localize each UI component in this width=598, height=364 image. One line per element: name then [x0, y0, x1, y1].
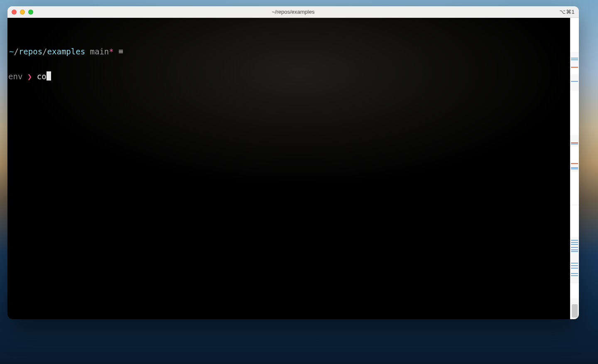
- close-button[interactable]: [12, 10, 17, 15]
- desktop-background: ~/repos/examples ⌥⌘1 ~/repos/examples ma…: [0, 0, 598, 364]
- minimap-mark: [571, 263, 578, 264]
- minimap-mark: [570, 205, 579, 237]
- minimap-mark: [571, 275, 578, 276]
- path-sep-1: /: [14, 47, 18, 56]
- text-cursor: [47, 71, 51, 81]
- window-titlebar[interactable]: ~/repos/examples ⌥⌘1: [7, 6, 579, 18]
- minimap-mark: [571, 244, 578, 245]
- minimap-mark: [571, 169, 578, 169]
- minimize-button[interactable]: [20, 10, 25, 15]
- path-repos: repos: [19, 47, 42, 56]
- minimap-mark: [570, 90, 579, 135]
- minimap-mark: [570, 18, 579, 52]
- minimap-mark: [571, 81, 578, 82]
- traffic-lights: [12, 10, 33, 15]
- minimap-mark: [570, 147, 579, 162]
- stash-icon: ≡: [118, 45, 123, 57]
- prompt-line-2: env ❯ co: [8, 70, 569, 83]
- git-dirty-icon: *: [109, 47, 113, 56]
- minimap-mark: [571, 144, 578, 144]
- typed-command[interactable]: co: [37, 72, 47, 81]
- scrollbar-minimap[interactable]: [570, 18, 579, 319]
- terminal-area-wrap: ~/repos/examples main* ≡ env ❯ co: [7, 18, 579, 319]
- window-shortcut-hint: ⌥⌘1: [559, 9, 575, 15]
- path-examples: examples: [47, 47, 86, 56]
- minimap-mark: [571, 163, 578, 164]
- virtualenv-label: env: [8, 72, 22, 81]
- minimap-mark: [570, 171, 579, 205]
- git-branch: main: [90, 47, 109, 56]
- minimap-mark: [571, 167, 578, 168]
- window-title: ~/repos/examples: [7, 9, 579, 15]
- minimap-mark: [571, 142, 578, 143]
- minimap-mark: [571, 240, 578, 241]
- prompt-line-1: ~/repos/examples main* ≡: [8, 45, 569, 58]
- minimap-mark: [571, 265, 578, 266]
- maximize-button[interactable]: [28, 10, 33, 15]
- minimap-mark: [571, 251, 578, 252]
- minimap-mark: [570, 68, 579, 74]
- minimap-mark: [571, 242, 578, 243]
- minimap-mark: [571, 58, 578, 59]
- scrollbar-thumb[interactable]: [572, 304, 578, 318]
- prompt-chevron-icon: ❯: [27, 72, 32, 81]
- minimap-mark: [571, 249, 578, 250]
- minimap-mark: [571, 268, 578, 269]
- terminal-area[interactable]: ~/repos/examples main* ≡ env ❯ co: [7, 18, 570, 319]
- minimap-mark: [571, 247, 578, 248]
- minimap-mark: [571, 273, 578, 274]
- minimap-mark: [571, 67, 578, 68]
- minimap-mark: [571, 59, 578, 60]
- terminal-window: ~/repos/examples ⌥⌘1 ~/repos/examples ma…: [7, 6, 579, 319]
- minimap-mark: [570, 283, 579, 298]
- path-home: ~: [9, 47, 14, 56]
- path-sep-2: /: [42, 47, 47, 56]
